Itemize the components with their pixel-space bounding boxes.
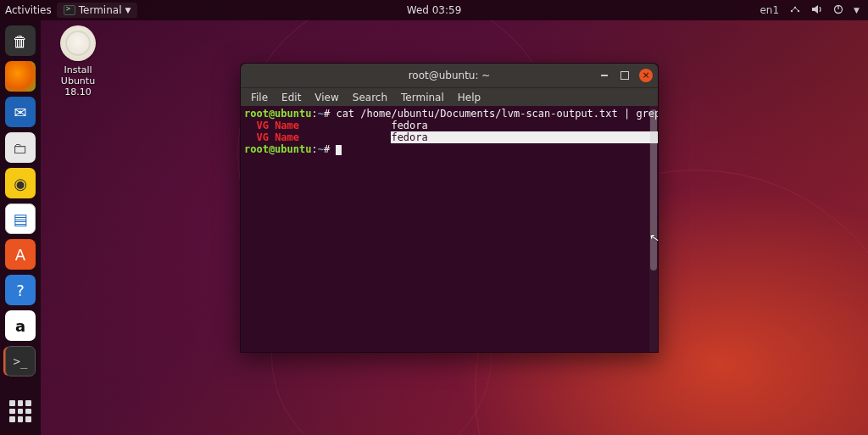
terminal-cursor: [336, 145, 342, 155]
window-titlebar[interactable]: root@ubuntu: ~ ×: [241, 64, 658, 87]
minimize-button[interactable]: [598, 70, 610, 81]
thunderbird-icon[interactable]: ✉: [5, 97, 36, 127]
input-source-indicator[interactable]: en1: [760, 4, 779, 16]
app-menu-button[interactable]: Terminal ▼: [57, 3, 138, 18]
caret-down-icon: ▼: [125, 6, 131, 14]
menu-view[interactable]: View: [309, 90, 343, 105]
app-menu-label: Terminal: [79, 4, 122, 16]
firefox-icon[interactable]: [5, 61, 36, 92]
terminal-line: VG Name fedora: [244, 120, 654, 131]
menu-file[interactable]: File: [246, 90, 273, 105]
terminal-window: root@ubuntu: ~ × File Edit View Search T…: [240, 63, 659, 353]
terminal-line: root@ubuntu:~#: [244, 143, 654, 155]
activities-button[interactable]: Activities: [5, 4, 52, 16]
files-icon[interactable]: 🗀: [5, 132, 36, 163]
cd-icon: [60, 25, 96, 61]
amazon-icon[interactable]: a: [5, 310, 36, 341]
volume-icon[interactable]: [811, 4, 823, 17]
network-icon[interactable]: [789, 4, 801, 17]
close-button[interactable]: ×: [639, 69, 653, 82]
software-icon[interactable]: A: [5, 239, 36, 270]
text-selection: fedora: [391, 131, 658, 143]
writer-icon[interactable]: ▤: [5, 204, 36, 234]
menu-help[interactable]: Help: [453, 90, 486, 105]
show-applications-button[interactable]: [5, 396, 36, 427]
maximize-button[interactable]: [619, 70, 631, 81]
terminal-launcher-icon[interactable]: >_: [5, 346, 36, 376]
menu-bar: File Edit View Search Terminal Help: [241, 87, 658, 106]
power-icon[interactable]: [833, 4, 843, 17]
window-title: root@ubuntu: ~: [409, 70, 491, 81]
install-ubuntu-desktop-icon[interactable]: Install Ubuntu 18.10: [49, 25, 107, 98]
scrollbar[interactable]: [649, 106, 658, 352]
dock: 🗑 ✉ 🗀 ◉ ▤ A ? a >_: [0, 20, 41, 435]
desktop-icon-label: Install Ubuntu 18.10: [49, 64, 107, 98]
scrollbar-thumb[interactable]: [650, 109, 657, 270]
trash-icon[interactable]: 🗑: [5, 25, 36, 56]
system-menu-caret-icon[interactable]: ▼: [854, 6, 860, 14]
terminal-line: VG Name fedora: [244, 131, 654, 143]
help-icon[interactable]: ?: [5, 275, 36, 305]
terminal-line: root@ubuntu:~# cat /home/ubuntu/Document…: [244, 108, 654, 120]
mouse-pointer-icon: ↖: [648, 230, 660, 245]
menu-search[interactable]: Search: [348, 90, 392, 105]
terminal-icon: [64, 5, 75, 15]
rhythmbox-icon[interactable]: ◉: [5, 168, 36, 198]
terminal-body[interactable]: root@ubuntu:~# cat /home/ubuntu/Document…: [241, 106, 658, 352]
clock[interactable]: Wed 03:59: [407, 4, 462, 16]
menu-edit[interactable]: Edit: [276, 90, 306, 105]
menu-terminal[interactable]: Terminal: [396, 90, 449, 105]
top-bar: Activities Terminal ▼ Wed 03:59 en1 ▼: [0, 0, 868, 20]
